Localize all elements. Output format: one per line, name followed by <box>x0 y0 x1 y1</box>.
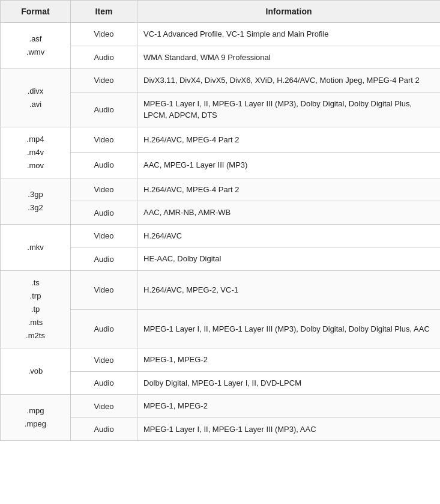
item-cell: Video <box>71 270 137 309</box>
info-cell: DivX3.11, DivX4, DivX5, DivX6, XViD, H.2… <box>137 69 441 93</box>
info-cell: MPEG-1, MPEG-2 <box>137 348 441 372</box>
format-cell: .mkv <box>1 224 71 270</box>
item-cell: Audio <box>71 309 137 348</box>
table-row: .mkvVideoH.264/AVC <box>1 224 441 247</box>
table-row: .vobVideoMPEG-1, MPEG-2 <box>1 348 441 372</box>
format-cell: .divx.avi <box>1 69 71 127</box>
item-cell: Audio <box>71 247 137 271</box>
info-cell: AAC, AMR-NB, AMR-WB <box>137 201 441 225</box>
info-cell: Dolby Digital, MPEG-1 Layer I, II, DVD-L… <box>137 371 441 395</box>
item-cell: Video <box>71 69 137 93</box>
format-cell: .ts.trp.tp.mts.m2ts <box>1 270 71 348</box>
table-row: .ts.trp.tp.mts.m2tsVideoH.264/AVC, MPEG-… <box>1 270 441 309</box>
info-cell: HE-AAC, Dolby Digital <box>137 247 441 271</box>
info-cell: WMA Standard, WMA 9 Professional <box>137 46 441 69</box>
info-cell: MPEG-1 Layer I, II, MPEG-1 Layer III (MP… <box>137 417 441 441</box>
item-cell: Video <box>71 127 137 153</box>
info-cell: MPEG-1, MPEG-2 <box>137 395 441 418</box>
table-row: .mpg.mpegVideoMPEG-1, MPEG-2 <box>1 395 441 418</box>
info-cell: MPEG-1 Layer I, II, MPEG-1 Layer III (MP… <box>137 309 441 348</box>
item-cell: Audio <box>71 201 137 225</box>
info-cell: H.264/AVC, MPEG-4 Part 2 <box>137 127 441 153</box>
table-row: .3gp.3g2VideoH.264/AVC, MPEG-4 Part 2 <box>1 178 441 201</box>
item-cell: Audio <box>71 46 137 69</box>
info-cell: AAC, MPEG-1 Layer III (MP3) <box>137 153 441 178</box>
format-table: Format Item Information .asf.wmvVideoVC-… <box>0 0 440 441</box>
info-cell: H.264/AVC, MPEG-2, VC-1 <box>137 270 441 309</box>
format-cell: .vob <box>1 348 71 395</box>
info-cell: H.264/AVC, MPEG-4 Part 2 <box>137 178 441 201</box>
item-cell: Video <box>71 178 137 201</box>
item-cell: Audio <box>71 153 137 178</box>
format-cell: .asf.wmv <box>1 23 71 69</box>
header-format: Format <box>1 1 71 23</box>
table-row: .mp4.m4v.movVideoH.264/AVC, MPEG-4 Part … <box>1 127 441 153</box>
item-cell: Video <box>71 23 137 46</box>
info-cell: H.264/AVC <box>137 224 441 247</box>
header-information: Information <box>137 1 441 23</box>
item-cell: Audio <box>71 371 137 395</box>
item-cell: Video <box>71 224 137 247</box>
table-row: .asf.wmvVideoVC-1 Advanced Profile, VC-1… <box>1 23 441 46</box>
format-cell: .mpg.mpeg <box>1 395 71 441</box>
item-cell: Video <box>71 348 137 372</box>
item-cell: Audio <box>71 417 137 441</box>
table-row: .divx.aviVideoDivX3.11, DivX4, DivX5, Di… <box>1 69 441 93</box>
item-cell: Audio <box>71 92 137 127</box>
info-cell: VC-1 Advanced Profile, VC-1 Simple and M… <box>137 23 441 46</box>
format-cell: .mp4.m4v.mov <box>1 127 71 178</box>
info-cell: MPEG-1 Layer I, II, MPEG-1 Layer III (MP… <box>137 92 441 127</box>
item-cell: Video <box>71 395 137 418</box>
format-cell: .3gp.3g2 <box>1 178 71 224</box>
header-item: Item <box>71 1 137 23</box>
